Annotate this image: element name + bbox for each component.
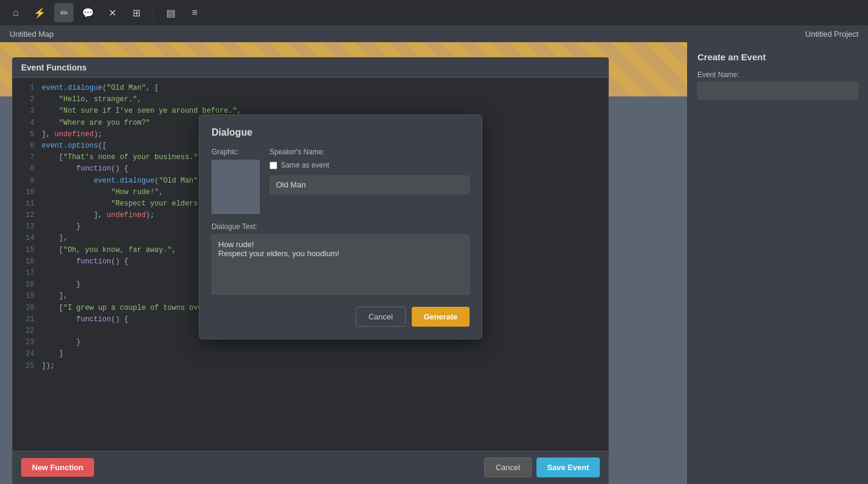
main-area: Event Functions 1 event.dialogue("Old Ma… [0,42,868,484]
event-name-label: Event Name: [697,71,858,79]
speaker-label: Speaker's Name: [269,148,470,156]
toolbar-separator [153,5,154,20]
tool-speech[interactable]: 💬 [78,3,98,22]
graphic-section: Graphic: [212,148,260,214]
same-as-event-label: Same as event [281,161,329,169]
tool-lightning[interactable]: ⚡ [30,3,49,22]
dialogue-generate-button[interactable]: Generate [412,307,470,327]
map-area: Event Functions 1 event.dialogue("Old Ma… [0,42,687,484]
dialogue-cancel-button[interactable]: Cancel [356,307,405,327]
event-name-input[interactable] [697,82,858,99]
dialogue-overlay: Dialogue Graphic: Speaker's Name: Same a… [0,42,687,484]
graphic-label: Graphic: [212,148,260,156]
speaker-section: Speaker's Name: Same as event [269,148,470,214]
tool-map[interactable]: ▤ [161,3,180,22]
tool-layers[interactable]: ≡ [185,3,204,22]
dialogue-modal-title: Dialogue [212,127,470,138]
title-bar: Untitled Map Untitled Project [0,25,868,42]
tool-delete[interactable]: ✕ [102,3,122,22]
same-as-event-row: Same as event [269,161,470,169]
dialogue-textarea[interactable]: How rude! Respect your elders, you hoodl… [212,234,470,295]
dialogue-text-label: Dialogue Text: [212,222,470,231]
graphic-preview [212,160,260,214]
dialogue-top-section: Graphic: Speaker's Name: Same as event [212,148,470,214]
speaker-name-input[interactable] [269,175,470,194]
same-as-event-checkbox[interactable] [269,162,277,169]
sidebar-title: Create an Event [697,52,858,62]
map-title: Untitled Map [10,30,54,39]
tool-home[interactable]: ⌂ [6,3,25,22]
dialogue-modal: Dialogue Graphic: Speaker's Name: Same a… [199,115,482,339]
tool-pencil[interactable]: ✏ [54,3,74,22]
tool-grid[interactable]: ⊞ [127,3,146,22]
right-sidebar: Create an Event Event Name: [687,42,868,484]
toolbar: ⌂ ⚡ ✏ 💬 ✕ ⊞ ▤ ≡ [0,0,868,25]
project-title: Untitled Project [805,30,858,39]
dialogue-footer: Cancel Generate [212,307,470,327]
